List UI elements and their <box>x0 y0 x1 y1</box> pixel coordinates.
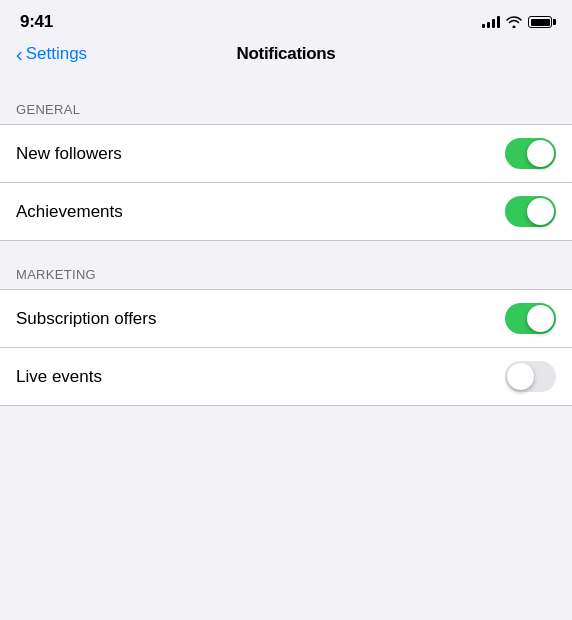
back-label: Settings <box>26 44 87 64</box>
live-events-toggle[interactable] <box>505 361 556 392</box>
status-bar: 9:41 <box>0 0 572 38</box>
subscription-offers-toggle[interactable] <box>505 303 556 334</box>
achievements-toggle-knob <box>527 198 554 225</box>
section-gap-middle <box>0 241 572 257</box>
page-title: Notifications <box>236 44 335 64</box>
back-button[interactable]: ‹ Settings <box>16 44 87 64</box>
section-header-marketing-label: MARKETING <box>16 267 96 282</box>
subscription-offers-toggle-knob <box>527 305 554 332</box>
signal-bars-icon <box>482 16 500 28</box>
live-events-row: Live events <box>0 347 572 405</box>
section-gap-top <box>0 76 572 92</box>
subscription-offers-label: Subscription offers <box>16 309 156 329</box>
nav-bar: ‹ Settings Notifications <box>0 38 572 76</box>
achievements-toggle[interactable] <box>505 196 556 227</box>
general-settings-list: New followers Achievements <box>0 124 572 241</box>
marketing-settings-list: Subscription offers Live events <box>0 289 572 406</box>
subscription-offers-row: Subscription offers <box>0 290 572 347</box>
new-followers-toggle-knob <box>527 140 554 167</box>
section-header-marketing: MARKETING <box>0 257 572 289</box>
battery-icon <box>528 16 552 28</box>
achievements-row: Achievements <box>0 182 572 240</box>
status-time: 9:41 <box>20 12 53 32</box>
achievements-label: Achievements <box>16 202 123 222</box>
section-header-general: GENERAL <box>0 92 572 124</box>
back-chevron-icon: ‹ <box>16 44 23 64</box>
new-followers-toggle[interactable] <box>505 138 556 169</box>
live-events-label: Live events <box>16 367 102 387</box>
status-icons <box>482 16 552 28</box>
section-header-general-label: GENERAL <box>16 102 80 117</box>
wifi-icon <box>506 16 522 28</box>
new-followers-row: New followers <box>0 125 572 182</box>
live-events-toggle-knob <box>507 363 534 390</box>
new-followers-label: New followers <box>16 144 122 164</box>
